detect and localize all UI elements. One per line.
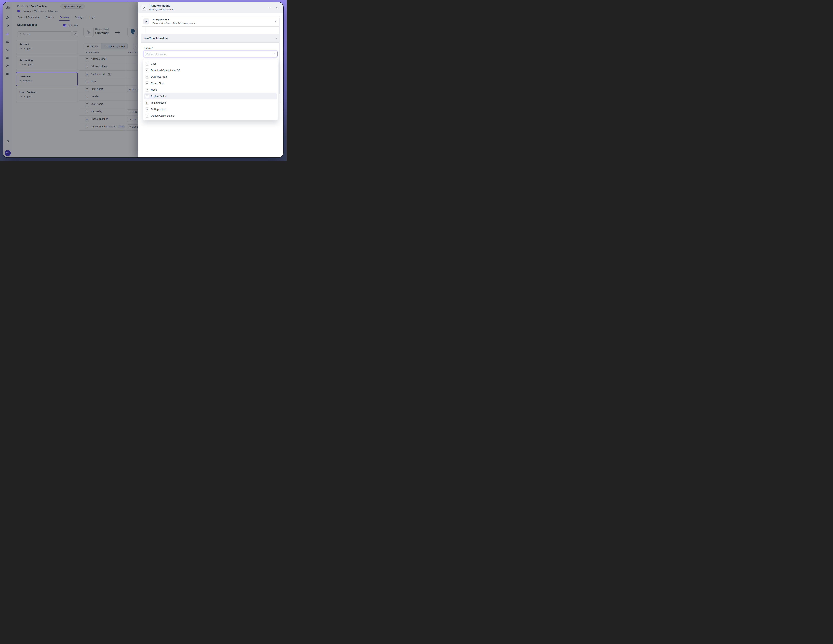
mask-icon <box>145 88 149 92</box>
drawer-scrollbar[interactable] <box>279 18 280 94</box>
close-icon[interactable] <box>275 6 278 9</box>
drawer-header: Transformations on First_Name in Custome… <box>138 2 283 13</box>
upload-icon <box>145 114 149 118</box>
new-transformation-title: New Transformation <box>144 37 167 40</box>
function-option-duplicate-field[interactable]: Duplicate Field <box>144 74 277 80</box>
function-dropdown: CastDownload Content from S3Duplicate Fi… <box>143 59 278 120</box>
chevron-up-icon[interactable] <box>274 37 277 40</box>
collapse-drawer-icon[interactable] <box>267 6 271 9</box>
existing-transformation-card[interactable]: |A| To Uppercase Converts the Case of th… <box>141 16 280 27</box>
lowercase-icon: |a| <box>145 101 149 105</box>
function-option-replace-value[interactable]: Replace Value <box>144 93 277 100</box>
download-icon <box>145 69 149 72</box>
shuffle-icon <box>141 5 147 11</box>
function-option-download-content-from-s3[interactable]: Download Content from S3 <box>144 67 277 74</box>
function-select[interactable]: Select a Function <box>144 51 278 57</box>
duplicate-icon <box>145 75 149 79</box>
function-option-extract-text[interactable]: </>Extract Text <box>144 80 277 87</box>
page-background: ⚙ VK Pipelines/Data Pipeline Unpublished… <box>0 0 286 161</box>
uppercase-icon: |A| <box>145 108 149 111</box>
replace-icon <box>145 95 149 98</box>
drawer-subtitle: on First_Name in Customer <box>149 8 174 11</box>
chevron-down-icon[interactable] <box>272 53 275 55</box>
chevron-down-icon[interactable] <box>274 20 277 23</box>
function-option-to-lowercase[interactable]: |a|To Lowercase <box>144 100 277 106</box>
new-transformation-header[interactable]: New Transformation <box>141 34 280 43</box>
transformations-drawer: Transformations on First_Name in Custome… <box>138 2 283 158</box>
modal-dim-overlay[interactable] <box>3 2 138 158</box>
connector-line <box>146 27 146 34</box>
select-placeholder: Select a Function <box>146 53 166 55</box>
extract-icon: </> <box>145 82 149 85</box>
function-label: Function* <box>144 47 153 49</box>
function-option-cast[interactable]: Cast <box>144 61 277 67</box>
drawer-title: Transformations <box>149 4 170 7</box>
cast-icon <box>145 62 149 66</box>
function-option-mask[interactable]: Mask <box>144 87 277 93</box>
app-window: ⚙ VK Pipelines/Data Pipeline Unpublished… <box>3 2 283 158</box>
text-caret <box>146 53 146 55</box>
transformation-description: Converts the Case of the field to upperc… <box>153 22 196 24</box>
function-option-to-uppercase[interactable]: |A|To Uppercase <box>144 106 277 113</box>
transformation-title: To Uppercase <box>153 18 169 21</box>
uppercase-icon: |A| <box>143 18 149 24</box>
function-option-upload-content-to-s3[interactable]: Upload Content to S3 <box>144 113 277 119</box>
